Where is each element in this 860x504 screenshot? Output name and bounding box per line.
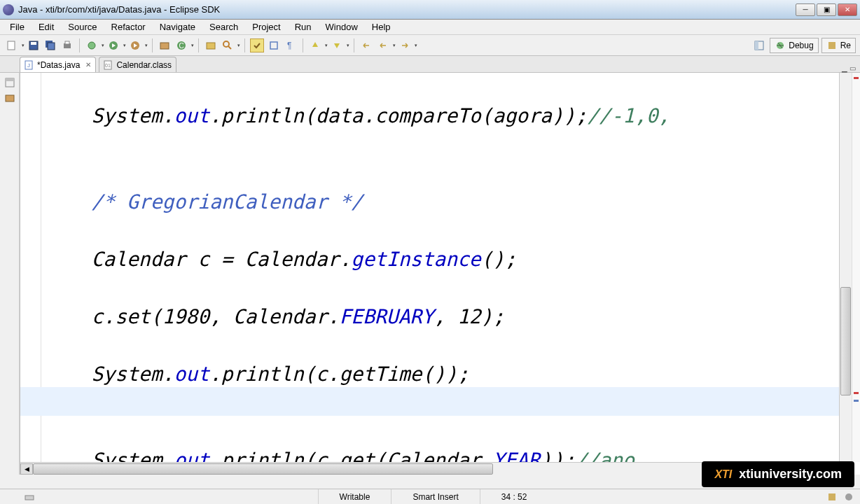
code-area[interactable]: System.out.println(data.compareTo(agora)… bbox=[44, 73, 839, 462]
menu-help[interactable]: Help bbox=[365, 20, 398, 34]
menu-edit[interactable]: Edit bbox=[32, 20, 61, 34]
save-all-icon[interactable] bbox=[43, 38, 57, 52]
overview-error-mark[interactable] bbox=[854, 392, 859, 394]
svg-rect-27 bbox=[828, 42, 835, 49]
back-icon[interactable] bbox=[376, 38, 390, 52]
svg-point-16 bbox=[223, 41, 229, 47]
svg-rect-37 bbox=[25, 496, 34, 500]
close-button[interactable]: ✕ bbox=[838, 4, 857, 16]
menu-project[interactable]: Project bbox=[245, 20, 287, 34]
perspective-resource[interactable]: Re bbox=[821, 38, 856, 53]
perspective-switcher: Debug Re bbox=[751, 38, 856, 53]
watermark-logo: XTI bbox=[714, 468, 732, 481]
watermark: XTI xtiuniversity.com bbox=[702, 461, 854, 487]
debug-icon[interactable] bbox=[85, 38, 99, 52]
statusbar: Writable Smart Insert 34 : 52 bbox=[0, 489, 860, 504]
menu-search[interactable]: Search bbox=[202, 20, 245, 34]
svg-rect-38 bbox=[828, 493, 835, 500]
svg-rect-12 bbox=[160, 43, 169, 49]
menu-navigate[interactable]: Navigate bbox=[153, 20, 202, 34]
overview-ruler[interactable] bbox=[852, 73, 860, 462]
toggle-mark-icon[interactable] bbox=[250, 38, 264, 52]
svg-text:J: J bbox=[27, 62, 30, 69]
open-type-icon[interactable] bbox=[204, 38, 218, 52]
save-icon[interactable] bbox=[27, 38, 41, 52]
window-controls: ─ ▣ ✕ bbox=[796, 4, 857, 16]
toolbar-separator bbox=[152, 38, 153, 52]
dropdown-icon[interactable]: ▾ bbox=[191, 43, 194, 48]
menu-file[interactable]: File bbox=[3, 20, 32, 34]
class-file-icon: 01 bbox=[104, 60, 113, 70]
new-class-icon[interactable]: C bbox=[174, 38, 188, 52]
dropdown-icon[interactable]: ▾ bbox=[393, 43, 396, 48]
overview-error-mark[interactable] bbox=[854, 77, 859, 79]
toolbar-separator bbox=[244, 38, 245, 52]
scrollbar-thumb[interactable] bbox=[840, 287, 851, 396]
toolbar: ▾ ▾ ▾ ▾ C▾ ▾ ¶ ▾ ▾ ▾ ▾ Debug Re bbox=[0, 35, 860, 56]
close-icon[interactable]: ✕ bbox=[85, 61, 91, 69]
run-icon[interactable] bbox=[106, 38, 120, 52]
menu-source[interactable]: Source bbox=[61, 20, 104, 34]
dropdown-icon[interactable]: ▾ bbox=[415, 43, 417, 48]
left-trim bbox=[0, 73, 20, 475]
menubar: File Edit Source Refactor Navigate Searc… bbox=[0, 20, 860, 35]
svg-rect-6 bbox=[65, 41, 69, 44]
minimize-button[interactable]: ─ bbox=[796, 4, 815, 16]
next-annotation-icon[interactable] bbox=[308, 38, 322, 52]
perspective-debug[interactable]: Debug bbox=[770, 38, 818, 53]
restore-view-icon[interactable] bbox=[4, 77, 15, 88]
maximize-button[interactable]: ▣ bbox=[817, 4, 836, 16]
tab-calendar-class[interactable]: 01 Calendar.class bbox=[99, 57, 176, 72]
scrollbar-thumb[interactable] bbox=[33, 463, 493, 475]
status-icon bbox=[24, 491, 35, 503]
new-package-icon[interactable] bbox=[158, 38, 172, 52]
dropdown-icon[interactable]: ▾ bbox=[102, 43, 104, 48]
svg-rect-23 bbox=[755, 41, 758, 50]
java-file-icon: J bbox=[25, 60, 34, 70]
vertical-scrollbar[interactable] bbox=[839, 73, 852, 462]
toggle-block-icon[interactable] bbox=[267, 38, 281, 52]
svg-rect-2 bbox=[31, 42, 36, 45]
open-perspective-icon[interactable] bbox=[752, 38, 766, 52]
prev-annotation-icon[interactable] bbox=[330, 38, 344, 52]
svg-rect-34 bbox=[6, 95, 14, 102]
svg-point-7 bbox=[88, 42, 95, 49]
dropdown-icon[interactable]: ▾ bbox=[145, 43, 148, 48]
window-title: Java - xti/br/com/xti/java/Datas.java - … bbox=[18, 4, 796, 15]
watermark-text: xtiuniversity.com bbox=[739, 467, 842, 482]
menu-window[interactable]: Window bbox=[319, 20, 365, 34]
svg-point-39 bbox=[845, 493, 852, 500]
tab-datas-java[interactable]: J *Datas.java ✕ bbox=[20, 57, 96, 72]
minimize-view-icon[interactable]: ▁ bbox=[842, 64, 847, 72]
run-last-icon[interactable] bbox=[128, 38, 142, 52]
dropdown-icon[interactable]: ▾ bbox=[325, 43, 328, 48]
scroll-left-icon[interactable]: ◀ bbox=[20, 463, 33, 475]
dropdown-icon[interactable]: ▾ bbox=[22, 43, 25, 48]
dropdown-icon[interactable]: ▾ bbox=[237, 43, 240, 48]
status-writable: Writable bbox=[318, 489, 391, 504]
package-explorer-icon[interactable] bbox=[4, 92, 15, 104]
tab-controls: ▁ ▭ bbox=[842, 64, 860, 72]
app-icon bbox=[3, 4, 14, 15]
svg-rect-15 bbox=[207, 43, 215, 49]
window-titlebar: Java - xti/br/com/xti/java/Datas.java - … bbox=[0, 0, 860, 20]
show-whitespace-icon[interactable]: ¶ bbox=[284, 38, 298, 52]
search-icon[interactable] bbox=[221, 38, 235, 52]
maximize-view-icon[interactable]: ▭ bbox=[849, 64, 856, 72]
status-insert-mode: Smart Insert bbox=[391, 489, 479, 504]
editor-tabs: J *Datas.java ✕ 01 Calendar.class ▁ ▭ bbox=[0, 56, 860, 73]
menu-run[interactable]: Run bbox=[288, 20, 319, 34]
svg-marker-21 bbox=[334, 43, 340, 48]
dropdown-icon[interactable]: ▾ bbox=[347, 43, 349, 48]
toolbar-separator bbox=[303, 38, 303, 52]
last-edit-icon[interactable] bbox=[359, 38, 373, 52]
menu-refactor[interactable]: Refactor bbox=[104, 20, 153, 34]
dropdown-icon[interactable]: ▾ bbox=[123, 43, 126, 48]
svg-text:01: 01 bbox=[105, 63, 111, 68]
print-icon[interactable] bbox=[60, 38, 74, 52]
forward-icon[interactable] bbox=[398, 38, 412, 52]
status-build-icon bbox=[826, 491, 838, 503]
toolbar-separator bbox=[198, 38, 199, 52]
overview-info-mark[interactable] bbox=[854, 400, 859, 402]
new-icon[interactable] bbox=[5, 38, 19, 52]
